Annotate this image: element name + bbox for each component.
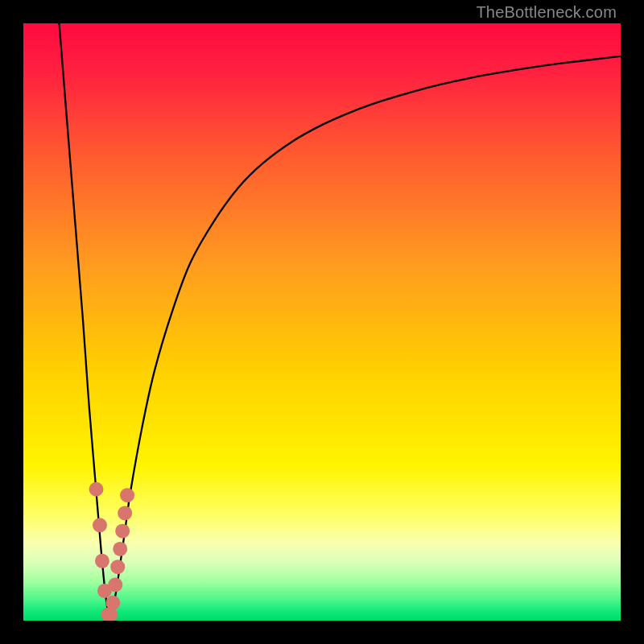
sample-point [110, 559, 125, 574]
sample-point [89, 482, 104, 497]
sample-point [93, 518, 107, 532]
sample-point [95, 554, 109, 568]
sample-point [115, 524, 130, 539]
sample-point [118, 506, 132, 520]
sample-point [113, 542, 127, 556]
bottleneck-chart [23, 23, 621, 621]
gradient-background [23, 23, 621, 621]
sample-point [120, 488, 134, 502]
watermark-text: TheBottleneck.com [476, 3, 617, 22]
sample-point [105, 596, 120, 610]
plot-area [23, 23, 621, 621]
sample-point [108, 577, 122, 592]
chart-frame [23, 23, 621, 621]
